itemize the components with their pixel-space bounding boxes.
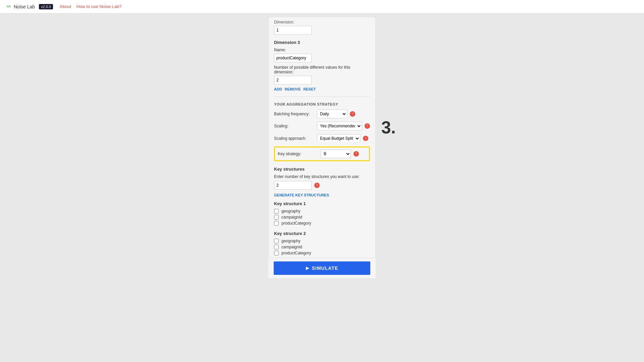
ks1-geography-label: geography — [281, 209, 301, 214]
remove-link[interactable]: REMOVE — [285, 87, 301, 91]
pencil-icon: ✏ — [7, 3, 11, 10]
panel-wrapper: 3. Dimension: Dimension 3 Name: Number o… — [268, 17, 376, 278]
ks1-productcategory-label: productCategory — [281, 221, 311, 226]
key-structure-2-block: Key structure 2 geography campaignId pro… — [274, 231, 370, 255]
simulate-label: SIMULATE — [312, 265, 338, 271]
add-link[interactable]: ADD — [274, 87, 282, 91]
ks2-geography-label: geography — [281, 239, 301, 243]
ks2-campaignid-row: campaignId — [274, 245, 370, 249]
dimension3-values-row: Number of possible different values for … — [274, 65, 370, 84]
scaling-help-icon[interactable]: ? — [365, 123, 370, 129]
scaling-approach-row: Scaling approach: Equal Budget Split ? — [274, 134, 370, 143]
ks2-geography-checkbox[interactable] — [274, 239, 279, 243]
scaling-select[interactable]: Yes (Recommended) No — [317, 122, 362, 130]
key-strategy-select[interactable]: A B C — [321, 149, 351, 158]
aggregation-header: YOUR AGGREGATION STRATEGY — [274, 102, 370, 106]
dimension3-section: Dimension 3 Name: Number of possible dif… — [274, 40, 370, 91]
top-stub: Dimension: — [269, 17, 375, 37]
ks2-productcategory-checkbox[interactable] — [274, 251, 279, 255]
key-strategy-highlight: Key strategy: A B C ? — [274, 146, 370, 161]
dimension3-action-links: ADD REMOVE RESET — [274, 87, 370, 91]
dimension3-name-row: Name: — [274, 48, 370, 62]
topbar: ✏ Noise Lab v2.0.0 About How to use Nois… — [0, 0, 644, 13]
main-panel[interactable]: Dimension: Dimension 3 Name: Number of p… — [268, 17, 376, 278]
how-to-link[interactable]: How to use Noise Lab? — [76, 4, 121, 9]
scaling-approach-label: Scaling approach: — [274, 136, 314, 141]
key-strategy-row: Key strategy: A B C ? — [278, 149, 366, 158]
main-area: 3. Dimension: Dimension 3 Name: Number o… — [0, 13, 644, 362]
ks1-geography-row: geography — [274, 209, 370, 214]
ks2-productcategory-row: productCategory — [274, 251, 370, 255]
scaling-row: Scaling: Yes (Recommended) No ? — [274, 122, 370, 130]
batching-frequency-label: Batching frequency: — [274, 112, 314, 116]
key-structures-title: Key structures — [274, 167, 370, 172]
dimension3-title: Dimension 3 — [274, 40, 370, 45]
ks1-campaignid-row: campaignId — [274, 215, 370, 220]
dimension3-name-label: Name: — [274, 48, 370, 52]
app-name: Noise Lab — [14, 4, 35, 9]
key-structures-description: Enter number of key structures you want … — [274, 174, 370, 179]
about-link[interactable]: About — [60, 4, 71, 9]
ks2-geography-row: geography — [274, 239, 370, 243]
app-version: v2.0.0 — [39, 4, 53, 9]
dimension3-values-label: Number of possible different values for … — [274, 65, 370, 74]
divider1 — [274, 97, 370, 97]
batching-frequency-row: Batching frequency: Daily Weekly Monthly… — [274, 110, 370, 118]
reset-link[interactable]: RESET — [304, 87, 316, 91]
ks1-geography-checkbox[interactable] — [274, 209, 279, 214]
scaling-label: Scaling: — [274, 124, 314, 128]
batching-frequency-select[interactable]: Daily Weekly Monthly — [317, 110, 347, 118]
key-strategy-label: Key strategy: — [278, 152, 318, 156]
annotation-number: 3. — [381, 117, 396, 137]
generate-key-structures-link[interactable]: GENERATE KEY STRUCTURES — [274, 193, 370, 197]
ks2-campaignid-checkbox[interactable] — [274, 245, 279, 249]
key-structure-1-block: Key structure 1 geography campaignId pro… — [274, 201, 370, 226]
scaling-approach-help-icon[interactable]: ? — [363, 136, 368, 141]
key-structures-count-row: ? — [274, 181, 370, 190]
stub-dimension-input[interactable] — [274, 26, 312, 35]
key-structures-help-icon[interactable]: ? — [314, 183, 320, 188]
key-strategy-help-icon[interactable]: ? — [354, 151, 359, 157]
ks1-productcategory-checkbox[interactable] — [274, 221, 279, 226]
key-structure-1-title: Key structure 1 — [274, 201, 370, 206]
key-structure-2-title: Key structure 2 — [274, 231, 370, 236]
aggregation-section: YOUR AGGREGATION STRATEGY Batching frequ… — [274, 102, 370, 161]
simulate-bar: ▶ SIMULATE — [268, 258, 376, 278]
app-logo: ✏ Noise Lab v2.0.0 — [7, 3, 53, 10]
dimension3-values-input[interactable] — [274, 76, 312, 84]
batching-frequency-help-icon[interactable]: ? — [350, 111, 355, 117]
ks1-campaignid-checkbox[interactable] — [274, 215, 279, 220]
ks1-campaignid-label: campaignId — [281, 215, 302, 220]
dimension3-name-input[interactable] — [274, 54, 312, 62]
ks1-productcategory-row: productCategory — [274, 221, 370, 226]
ks2-campaignid-label: campaignId — [281, 245, 302, 249]
nav-links: About How to use Noise Lab? — [60, 4, 121, 9]
simulate-button[interactable]: ▶ SIMULATE — [274, 261, 370, 275]
simulate-icon: ▶ — [306, 266, 309, 270]
ks2-productcategory-label: productCategory — [281, 251, 311, 255]
key-structures-count-input[interactable] — [274, 181, 312, 190]
stub-dimension-label: Dimension: — [274, 20, 370, 24]
scaling-approach-select[interactable]: Equal Budget Split — [317, 134, 360, 143]
panel-content: Dimension 3 Name: Number of possible dif… — [269, 40, 375, 278]
